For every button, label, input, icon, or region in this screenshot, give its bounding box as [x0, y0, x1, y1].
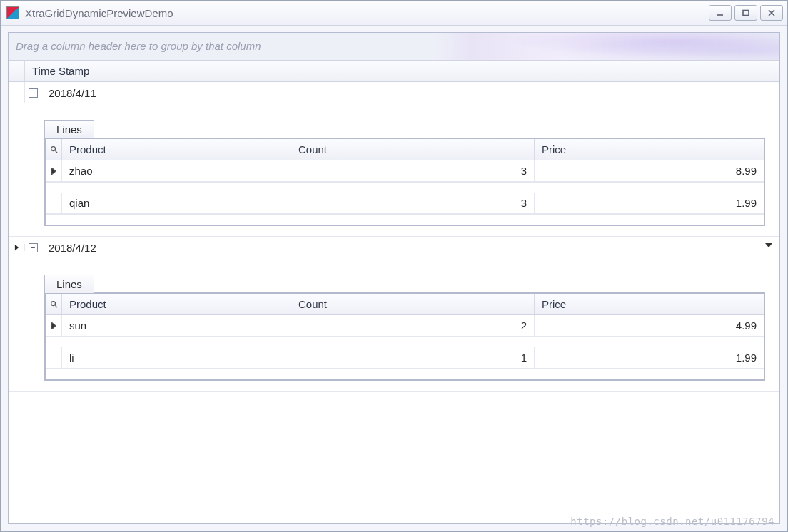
detail-view: Lines Product Count Price	[44, 274, 765, 381]
group-by-panel[interactable]: Drag a column header here to group by th…	[9, 33, 779, 61]
cell-product[interactable]: sun	[62, 315, 291, 336]
master-row-header[interactable]: − 2018/4/12	[9, 237, 779, 258]
row-indicator-cell	[9, 244, 25, 251]
detail-row[interactable]: sun 2 4.99	[46, 315, 764, 337]
detail-body: sun 2 4.99 li 1 1.99	[46, 315, 764, 379]
detail-tab-lines[interactable]: Lines	[44, 120, 94, 138]
cell-price[interactable]: 1.99	[535, 347, 764, 368]
app-window: XtraGridDynamicPreviewDemo Drag a column…	[0, 0, 788, 532]
window-buttons	[709, 5, 787, 21]
window-title: XtraGridDynamicPreviewDemo	[25, 7, 709, 19]
cell-product[interactable]: qian	[62, 193, 291, 213]
app-icon	[6, 6, 19, 19]
cell-product[interactable]: zhao	[62, 160, 291, 181]
row-indicator	[46, 315, 62, 336]
svg-rect-0	[743, 11, 749, 16]
column-header-timestamp[interactable]: Time Stamp	[25, 61, 96, 81]
header-indent	[9, 61, 25, 81]
detail-tab-lines[interactable]: Lines	[44, 275, 94, 293]
row-spacer	[46, 214, 764, 225]
cell-price[interactable]: 4.99	[535, 315, 764, 336]
timestamp-cell[interactable]: 2018/4/12	[41, 242, 779, 254]
detail-grid: Product Count Price zhao 3 8.9	[44, 138, 765, 226]
detail-header-row: Product Count Price	[46, 294, 764, 315]
group-by-hint: Drag a column header here to group by th…	[16, 40, 261, 52]
cell-product[interactable]: li	[62, 347, 291, 368]
column-header-product[interactable]: Product	[62, 139, 291, 160]
detail-row[interactable]: li 1 1.99	[46, 347, 764, 369]
column-header-product[interactable]: Product	[62, 294, 291, 314]
cell-count[interactable]: 2	[291, 315, 535, 336]
expand-cell: −	[25, 82, 41, 103]
maximize-button[interactable]	[734, 5, 757, 21]
row-indicator	[46, 347, 62, 368]
search-icon	[50, 145, 58, 153]
detail-indicator-header[interactable]	[46, 294, 62, 314]
row-indicator	[46, 160, 62, 181]
close-button[interactable]	[760, 5, 783, 21]
master-row: − 2018/4/11 Lines Product Count Price	[9, 82, 779, 237]
collapse-icon[interactable]: −	[29, 88, 38, 98]
detail-header-row: Product Count Price	[46, 139, 764, 160]
svg-point-1	[51, 147, 55, 151]
cell-count[interactable]: 1	[291, 347, 535, 368]
column-header-count[interactable]: Count	[291, 294, 535, 314]
master-row: − 2018/4/12 Lines Product Count	[9, 237, 779, 392]
detail-body: zhao 3 8.99 qian 3 1.99	[46, 160, 764, 225]
cell-price[interactable]: 1.99	[535, 193, 764, 213]
timestamp-cell[interactable]: 2018/4/11	[41, 87, 779, 99]
titlebar: XtraGridDynamicPreviewDemo	[1, 1, 787, 26]
row-spacer	[46, 369, 764, 379]
search-icon	[50, 300, 58, 308]
row-spacer	[46, 337, 764, 347]
collapse-icon[interactable]: −	[29, 243, 38, 252]
svg-point-2	[51, 302, 55, 306]
detail-indicator-header[interactable]	[46, 139, 62, 160]
watermark-text: https://blog.csdn.net/u011176794	[570, 516, 774, 527]
cell-price[interactable]: 8.99	[535, 160, 764, 181]
dropdown-icon[interactable]	[765, 243, 772, 247]
focused-row-icon	[14, 244, 19, 251]
column-header-price[interactable]: Price	[535, 139, 764, 160]
detail-row[interactable]: qian 3 1.99	[46, 193, 764, 214]
master-header-row: Time Stamp	[9, 61, 779, 82]
row-indicator	[46, 193, 62, 213]
focused-row-icon	[51, 322, 56, 329]
detail-row[interactable]: zhao 3 8.99	[46, 160, 764, 182]
grid-body[interactable]: − 2018/4/11 Lines Product Count Price	[9, 82, 779, 523]
focused-row-icon	[51, 168, 56, 175]
row-spacer	[46, 182, 764, 193]
row-indicator-cell	[9, 82, 25, 103]
master-row-header[interactable]: − 2018/4/11	[9, 82, 779, 103]
cell-count[interactable]: 3	[291, 193, 535, 213]
detail-grid: Product Count Price sun 2 4.99	[44, 292, 765, 381]
minimize-button[interactable]	[709, 5, 732, 21]
column-header-count[interactable]: Count	[291, 139, 535, 160]
grid-control: Drag a column header here to group by th…	[8, 32, 780, 524]
column-header-price[interactable]: Price	[535, 294, 764, 314]
cell-count[interactable]: 3	[291, 160, 535, 181]
detail-view: Lines Product Count Price	[44, 119, 765, 226]
expand-cell: −	[25, 237, 41, 258]
